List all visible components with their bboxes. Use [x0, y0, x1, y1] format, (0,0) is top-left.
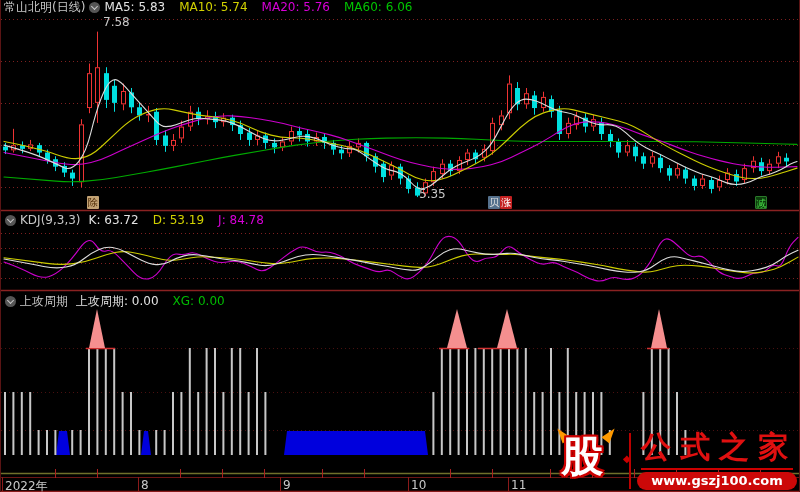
- stock-chart-window: 常山北明(日线) MA5: 5.83 MA10: 5.74 MA20: 5.76…: [0, 0, 800, 492]
- event-badge-rise[interactable]: 涨: [500, 196, 512, 209]
- collapse-sub-icon[interactable]: [5, 296, 16, 307]
- kdj-k-value: K: 63.72: [89, 213, 139, 227]
- collapse-kdj-icon[interactable]: [5, 215, 16, 226]
- sub-indicator-name[interactable]: 上攻周期: [20, 294, 68, 308]
- kdj-d-value: D: 53.19: [153, 213, 204, 227]
- axis-year-label: 2022年: [5, 478, 48, 492]
- event-badge-exdividend[interactable]: 除: [87, 196, 99, 209]
- logo-site-url[interactable]: www.gszj100.com: [637, 472, 797, 490]
- kdj-panel-header: KDJ(9,3,3) K: 63.72 D: 53.19 J: 84.78: [1, 213, 264, 227]
- attack-cycle-panel-header: 上攻周期 上攻周期: 0.00 XG: 0.00: [1, 294, 225, 308]
- logo-gu-character: 股: [561, 432, 603, 482]
- high-price-label: 7.58: [103, 15, 130, 29]
- axis-month-label-9: 9: [283, 478, 291, 492]
- ma5-label[interactable]: MA5: 5.83: [104, 0, 165, 14]
- event-badge-blue[interactable]: 贝: [488, 196, 500, 209]
- low-price-label: 5.35: [419, 187, 446, 201]
- collapse-main-icon[interactable]: [89, 2, 100, 13]
- main-chart-header: 常山北明(日线) MA5: 5.83 MA10: 5.74 MA20: 5.76…: [1, 0, 412, 14]
- axis-month-label-8: 8: [141, 478, 149, 492]
- chart-canvas[interactable]: [1, 0, 800, 492]
- sub-xg-value: XG: 0.00: [173, 294, 225, 308]
- logo-divider: [629, 433, 631, 489]
- event-badge-reduce[interactable]: 减: [755, 196, 767, 209]
- ma60-label[interactable]: MA60: 6.06: [344, 0, 412, 14]
- logo-underline: [641, 468, 793, 470]
- gszj-watermark-logo: 股 ◆ 公式之家 www.gszj100.com: [557, 429, 797, 491]
- ma10-label[interactable]: MA10: 5.74: [179, 0, 247, 14]
- kdj-j-value: J: 84.78: [218, 213, 264, 227]
- bull-horn-right-icon: [601, 426, 618, 444]
- ma20-label[interactable]: MA20: 5.76: [262, 0, 330, 14]
- stock-title: 常山北明(日线): [4, 0, 85, 14]
- axis-month-label-11: 11: [511, 478, 526, 492]
- kdj-indicator-name[interactable]: KDJ(9,3,3): [20, 213, 81, 227]
- logo-site-name: 公式之家: [641, 429, 797, 465]
- axis-month-label-10: 10: [411, 478, 426, 492]
- sub-indicator-value: 上攻周期: 0.00: [76, 294, 159, 308]
